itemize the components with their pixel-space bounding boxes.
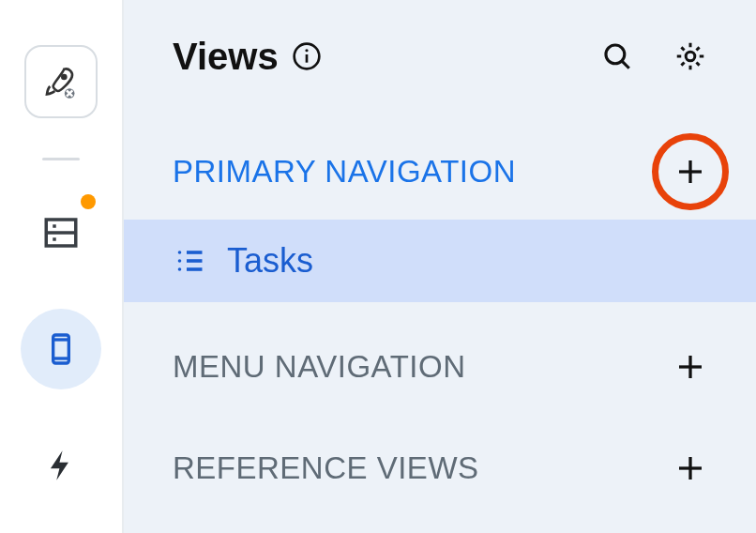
svg-line-13 xyxy=(622,61,629,69)
add-reference-view-button[interactable] xyxy=(670,448,711,489)
rail-automation-button[interactable] xyxy=(21,425,101,506)
app-rocket-button[interactable] xyxy=(24,45,98,118)
plus-icon xyxy=(673,155,707,189)
svg-point-12 xyxy=(606,45,625,64)
menu-navigation-header: MENU NAVIGATION xyxy=(124,325,756,409)
mobile-icon xyxy=(42,330,80,368)
rail-data-button[interactable] xyxy=(21,192,101,273)
nav-item-tasks-label: Tasks xyxy=(227,241,313,281)
search-icon xyxy=(601,40,633,72)
primary-navigation-header: PRIMARY NAVIGATION xyxy=(124,129,756,214)
search-button[interactable] xyxy=(597,36,638,77)
svg-point-0 xyxy=(62,75,66,79)
rocket-icon xyxy=(42,63,80,100)
reference-views-header: REFERENCE VIEWS xyxy=(124,426,756,510)
bolt-icon xyxy=(43,448,79,483)
svg-point-11 xyxy=(305,49,308,52)
panel-header: Views xyxy=(124,0,756,113)
primary-navigation-label: PRIMARY NAVIGATION xyxy=(173,154,670,190)
menu-navigation-label: MENU NAVIGATION xyxy=(173,349,670,385)
svg-point-14 xyxy=(686,52,695,61)
panel-title-text: Views xyxy=(173,36,279,78)
rail-divider xyxy=(42,158,80,160)
settings-button[interactable] xyxy=(670,36,711,77)
plus-icon xyxy=(673,451,707,485)
plus-icon xyxy=(673,350,707,384)
rail-mobile-button[interactable] xyxy=(21,309,101,389)
nav-item-tasks[interactable]: Tasks xyxy=(124,220,756,302)
gear-icon xyxy=(673,39,707,73)
server-icon xyxy=(41,213,81,252)
views-panel: Views xyxy=(124,0,756,533)
header-actions xyxy=(597,36,711,77)
svg-point-18 xyxy=(178,259,182,263)
svg-point-17 xyxy=(178,251,182,254)
add-primary-view-button[interactable] xyxy=(670,151,711,192)
notification-badge xyxy=(81,194,96,209)
svg-point-19 xyxy=(178,267,182,271)
panel-title: Views xyxy=(173,36,597,78)
list-icon xyxy=(173,244,206,278)
left-rail xyxy=(0,0,124,533)
info-icon[interactable] xyxy=(292,41,322,71)
add-menu-view-button[interactable] xyxy=(670,346,711,388)
reference-views-label: REFERENCE VIEWS xyxy=(173,450,670,486)
